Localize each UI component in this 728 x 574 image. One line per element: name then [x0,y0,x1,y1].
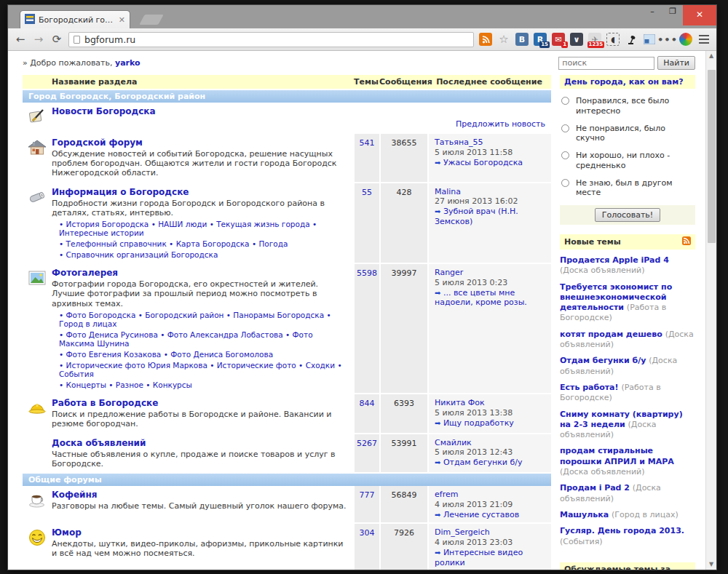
sub-forum-link[interactable]: Погода [258,239,288,248]
new-tab-button[interactable] [139,15,163,25]
sub-forum-link[interactable]: Исторические фото [217,361,298,370]
maximize-button[interactable]: ❐ [662,5,683,20]
last-post-user[interactable]: Никита Фок [435,398,485,407]
scroll-up-icon[interactable]: ▲ [706,51,716,61]
poll-option: Понравился, все было интересно [561,96,694,116]
sub-forum-link[interactable]: История Богородска [66,220,151,228]
rss-icon[interactable] [682,236,691,247]
forum-link[interactable]: Фотогалерея [52,268,118,278]
sub-forum-link[interactable]: Фото Богородска [66,311,138,319]
search-input[interactable] [558,57,654,70]
topic-link[interactable]: продам стиральные порошки АПРИЛ и МАРА [560,446,674,466]
sub-forum-link[interactable]: Сходки [306,361,338,370]
last-post-user[interactable]: Татьяна_55 [435,137,483,147]
back-button[interactable]: ← [14,33,27,46]
sub-forum-link[interactable]: Панорамы Богородска [233,311,326,319]
sub-forum-link[interactable]: Справочник организаций Богородска [66,250,218,259]
sub-forum-link[interactable]: Концерты [66,380,109,389]
sub-forum-link[interactable]: Фото Дениса Русинова [66,330,161,339]
radio-button[interactable] [561,97,569,105]
reload-button[interactable]: ⟳ [50,33,63,46]
topic-link[interactable]: Сниму комнату (квартиру) на 2-3 недели [560,410,683,429]
forum-link[interactable]: Юмор [52,527,82,538]
username-link[interactable]: yarko [115,58,141,68]
suggest-news-link[interactable]: Предложить новость [456,119,545,129]
last-post-user[interactable]: Смайлик [435,438,472,447]
forum-link[interactable]: Кофейня [52,490,98,500]
overflow-dots-icon[interactable]: ••• [661,33,674,46]
last-post-topic[interactable]: Лечение суставов [443,510,519,519]
header-last: Последнее сообщение [427,77,551,87]
vote-strip: Голосовать! [560,205,695,225]
last-post-user[interactable]: Dim_Sergeich [435,527,490,537]
sub-forum-link[interactable]: Фото Евгения Козакова [66,350,164,359]
topic-link[interactable]: Продается Apple iPad 4 [560,255,669,265]
vk-extension-icon[interactable]: B [515,33,529,46]
minimize-button[interactable]: – [642,5,662,20]
lamp-extension-icon[interactable] [625,33,638,46]
last-post-user[interactable]: efrem [435,490,458,499]
last-post-topic[interactable]: Ищу подработку [443,418,514,428]
sub-forum-link[interactable]: Телефонный справочник [66,239,170,248]
bookmark-star-icon[interactable]: ☆ [497,33,510,46]
forum-row: Юмор Анекдоты, шутки, видео-приколы, афо… [23,522,551,570]
sidebar-topic: Машулька (Город в лицах) [560,510,695,520]
sub-forum-link[interactable]: Фото Александра Лобастова [167,330,285,339]
last-post-topic[interactable]: Зубной врач (Н.Н. Земсков) [435,207,518,226]
forum-link[interactable]: Работа в Богородске [52,398,158,408]
last-post-topic[interactable]: ... все цветы мне надоели, кроме розы. [435,288,527,308]
browser-tab[interactable]: Богородский городской ✕ [20,10,130,28]
sub-forum-link[interactable]: Город в лицах [59,319,116,328]
mail-extension-icon[interactable]: ✉1 [552,33,565,46]
menu-icon[interactable] [697,33,711,46]
vote-button[interactable]: Голосовать! [595,208,661,222]
last-post-topic[interactable]: Интересные видео ролики [435,548,523,567]
sub-forum-link[interactable]: Богородский район [145,311,226,319]
sub-forum-link[interactable]: Исторические фото Юрия Маркова [66,361,210,370]
topic-link[interactable]: Машулька [560,510,612,519]
scrollbar-thumb[interactable] [708,70,716,243]
camera-extension-icon[interactable] [679,33,692,46]
topic-link[interactable]: Отдам бегунки б/у [560,356,649,365]
last-post-user[interactable]: Malina [435,187,461,196]
radio-button[interactable] [561,179,569,187]
topic-link[interactable]: Есть работа! [560,383,621,392]
topic-link[interactable]: котят продам дешево [560,330,665,339]
scroll-down-icon[interactable]: ▼ [706,559,716,570]
last-post: Татьяна_55 5 июля 2013 11:58 ➡ Ужасы Бог… [427,134,551,182]
address-bar[interactable]: bgforum.ru [68,32,474,47]
r-extension-icon[interactable]: R15 [534,33,547,46]
sub-forum-link[interactable]: Разное [116,380,146,389]
last-post-topic[interactable]: Отдам бегунки б/у [443,458,523,467]
scrollbar[interactable]: ▲ ▼ [705,51,716,570]
forum-link[interactable]: Доска объявлений [52,438,146,448]
sub-forum-link[interactable]: Карта Богородска [176,239,252,248]
last-post-topic[interactable]: Ужасы Богородска [443,158,523,167]
counter-extension-icon[interactable]: ✈1235 [588,33,601,46]
sub-forum-link[interactable]: Текущая жизнь города [216,220,312,228]
forum-link[interactable]: Городской форум [52,137,143,148]
sidebar-extension-icon[interactable] [643,33,656,46]
radio-button[interactable] [561,124,569,132]
close-button[interactable]: ✕ [683,5,716,25]
sub-forum-link[interactable]: НАШИ люди [158,220,209,228]
sidebar: День города, как он вам? Понравился, все… [560,75,695,570]
radio-button[interactable] [561,151,569,159]
rss-subscribe-icon[interactable] [479,33,492,46]
forum-link[interactable]: Информация о Богородске [52,187,189,197]
last-post-user[interactable]: Ranger [435,268,463,277]
new-topics-header: Новые темы [560,234,695,250]
sub-forum-link[interactable]: События [59,370,94,378]
forum-link[interactable]: Новости Богородска [52,106,156,116]
evernote-clipper-icon[interactable]: ◖ [606,33,620,46]
forward-button[interactable]: → [32,33,45,46]
tab-close-icon[interactable]: ✕ [119,15,125,25]
pocket-extension-icon[interactable]: ∨ [570,33,583,46]
sub-forum-link[interactable]: Фото Дениса Богомолова [170,350,273,359]
last-post-date: 5 июля 2013 0:23 [435,278,548,288]
sub-forum-link[interactable]: Интересные истории [59,228,144,237]
sub-forum-link[interactable]: Конкурсы [153,380,192,389]
topic-link[interactable]: Продам i Pad 2 [560,483,633,493]
topic-link[interactable]: Гусляр. День города 2013. [560,526,684,535]
search-button[interactable]: Найти [657,56,695,70]
